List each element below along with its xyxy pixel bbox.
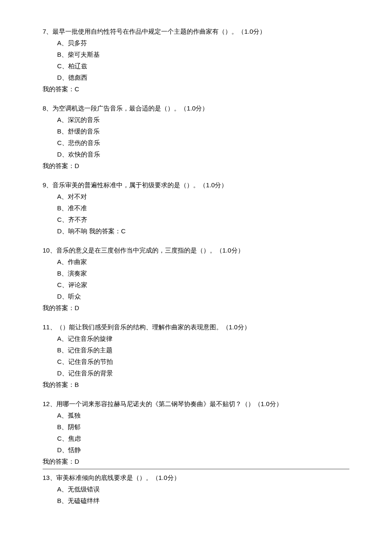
option-d: D、欢快的音乐 [43, 148, 349, 160]
option-b: B、柴可夫斯基 [43, 49, 349, 60]
question-text: 9、音乐审美的普遍性标准中，属于初级要求的是（）。（1.0分） [43, 179, 349, 191]
question-text: 11、（）能让我们感受到音乐的结构、理解作曲家的表现意图。（1.0分） [43, 321, 349, 333]
question-number: 9、 [43, 181, 52, 189]
question-11: 11、（）能让我们感受到音乐的结构、理解作曲家的表现意图。（1.0分） A、记住… [43, 321, 349, 390]
my-answer: 我的答案：C [43, 83, 349, 95]
question-body: （）能让我们感受到音乐的结构、理解作曲家的表现意图。（1.0分） [56, 323, 251, 331]
option-b: B、无磕磕绊绊 [43, 495, 349, 506]
question-text: 8、为空调机选一段广告音乐，最合适的是（）。（1.0分） [43, 102, 349, 114]
option-a: A、作曲家 [43, 256, 349, 267]
question-8: 8、为空调机选一段广告音乐，最合适的是（）。（1.0分） A、深沉的音乐 B、舒… [43, 102, 349, 171]
question-body: 最早一批使用自约性符号在作品中规定一个主题的作曲家有（）。（1.0分） [52, 28, 266, 35]
option-d: D、听众 [43, 291, 349, 302]
option-a: A、记住音乐的旋律 [43, 333, 349, 344]
question-9: 9、音乐审美的普遍性标准中，属于初级要求的是（）。（1.0分） A、对不对 B、… [43, 179, 349, 237]
option-c: C、柏辽兹 [43, 60, 349, 72]
option-b: B、记住音乐的主题 [43, 344, 349, 356]
question-body: 用哪一个词来形容拉赫马尼诺夫的《第二钢琴协奏曲》最不贴切？（）（1.0分） [56, 400, 282, 407]
my-answer: 我的答案：D [43, 160, 349, 171]
divider-line [43, 469, 349, 469]
question-body: 音乐的意义是在三度创作当中完成的，三度指的是（）。（1.0分） [56, 247, 244, 254]
my-answer: 我的答案：D [43, 302, 349, 314]
question-number: 11、 [43, 323, 56, 331]
question-text: 7、最早一批使用自约性符号在作品中规定一个主题的作曲家有（）。（1.0分） [43, 26, 349, 37]
question-number: 12、 [43, 400, 56, 407]
document-page: 7、最早一批使用自约性符号在作品中规定一个主题的作曲家有（）。（1.0分） A、… [0, 0, 392, 531]
option-b: B、舒缓的音乐 [43, 125, 349, 137]
option-d: D、德彪西 [43, 72, 349, 83]
question-7: 7、最早一批使用自约性符号在作品中规定一个主题的作曲家有（）。（1.0分） A、… [43, 26, 349, 95]
option-d: D、恬静 [43, 444, 349, 456]
option-c: C、记住音乐的节拍 [43, 356, 349, 367]
question-number: 7、 [43, 28, 52, 35]
question-number: 10、 [43, 247, 56, 254]
option-a: A、深沉的音乐 [43, 114, 349, 125]
option-c: C、悲伤的音乐 [43, 137, 349, 148]
option-a: A、贝多芬 [43, 37, 349, 49]
option-c: C、评论家 [43, 279, 349, 291]
option-c: C、齐不齐 [43, 214, 349, 225]
question-12: 12、用哪一个词来形容拉赫马尼诺夫的《第二钢琴协奏曲》最不贴切？（）（1.0分）… [43, 398, 349, 467]
question-text: 12、用哪一个词来形容拉赫马尼诺夫的《第二钢琴协奏曲》最不贴切？（）（1.0分） [43, 398, 349, 410]
my-answer: 我的答案：D [43, 456, 349, 467]
option-d: D、记住音乐的背景 [43, 367, 349, 379]
question-body: 审美标准倾向的底线要求是（）。（1.0分） [56, 474, 180, 481]
option-a: A、对不对 [43, 191, 349, 202]
question-body: 音乐审美的普遍性标准中，属于初级要求的是（）。（1.0分） [52, 181, 228, 189]
question-text: 13、审美标准倾向的底线要求是（）。（1.0分） [43, 472, 349, 483]
question-10: 10、音乐的意义是在三度创作当中完成的，三度指的是（）。（1.0分） A、作曲家… [43, 244, 349, 314]
option-a: A、无低级错误 [43, 483, 349, 495]
question-body: 为空调机选一段广告音乐，最合适的是（）。（1.0分） [52, 105, 208, 112]
option-b: B、演奏家 [43, 267, 349, 279]
option-b: B、准不准 [43, 202, 349, 214]
question-number: 8、 [43, 105, 52, 112]
option-c: C、焦虑 [43, 433, 349, 444]
my-answer: 我的答案：B [43, 379, 349, 390]
question-13: 13、审美标准倾向的底线要求是（）。（1.0分） A、无低级错误 B、无磕磕绊绊 [43, 472, 349, 506]
option-b: B、阴郁 [43, 421, 349, 433]
option-d: D、响不响 我的答案：C [43, 225, 349, 237]
question-number: 13、 [43, 474, 56, 481]
question-text: 10、音乐的意义是在三度创作当中完成的，三度指的是（）。（1.0分） [43, 244, 349, 256]
option-a: A、孤独 [43, 410, 349, 421]
